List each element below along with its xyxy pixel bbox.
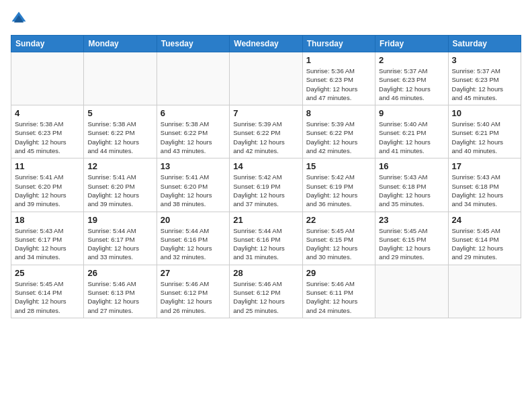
day-number: 16 bbox=[379, 161, 444, 171]
calendar-week-row: 4Sunrise: 5:38 AM Sunset: 6:23 PM Daylig… bbox=[11, 105, 521, 158]
calendar-cell: 1Sunrise: 5:36 AM Sunset: 6:23 PM Daylig… bbox=[302, 52, 375, 105]
day-number: 7 bbox=[233, 108, 298, 118]
calendar-cell: 16Sunrise: 5:43 AM Sunset: 6:18 PM Dayli… bbox=[375, 158, 448, 212]
calendar-cell: 17Sunrise: 5:43 AM Sunset: 6:18 PM Dayli… bbox=[448, 158, 521, 212]
calendar-cell bbox=[230, 52, 302, 105]
day-number: 2 bbox=[379, 55, 444, 65]
calendar-cell: 15Sunrise: 5:42 AM Sunset: 6:19 PM Dayli… bbox=[302, 158, 375, 212]
page-header bbox=[11, 11, 521, 27]
calendar-cell: 4Sunrise: 5:38 AM Sunset: 6:23 PM Daylig… bbox=[11, 105, 84, 158]
day-info: Sunrise: 5:45 AM Sunset: 6:14 PM Dayligh… bbox=[452, 226, 517, 262]
calendar-cell: 5Sunrise: 5:38 AM Sunset: 6:22 PM Daylig… bbox=[84, 105, 157, 158]
calendar-week-row: 1Sunrise: 5:36 AM Sunset: 6:23 PM Daylig… bbox=[11, 52, 521, 105]
day-info: Sunrise: 5:46 AM Sunset: 6:12 PM Dayligh… bbox=[161, 279, 226, 315]
day-info: Sunrise: 5:46 AM Sunset: 6:13 PM Dayligh… bbox=[87, 279, 152, 315]
day-number: 15 bbox=[306, 161, 371, 171]
day-info: Sunrise: 5:39 AM Sunset: 6:22 PM Dayligh… bbox=[233, 120, 298, 155]
weekday-header-sunday: Sunday bbox=[11, 36, 84, 52]
calendar-cell bbox=[375, 265, 448, 318]
weekday-header-row: SundayMondayTuesdayWednesdayThursdayFrid… bbox=[11, 36, 521, 52]
day-info: Sunrise: 5:41 AM Sunset: 6:20 PM Dayligh… bbox=[87, 173, 152, 208]
day-info: Sunrise: 5:38 AM Sunset: 6:22 PM Dayligh… bbox=[161, 120, 226, 155]
day-number: 28 bbox=[233, 268, 298, 278]
day-info: Sunrise: 5:45 AM Sunset: 6:15 PM Dayligh… bbox=[306, 226, 371, 262]
calendar-week-row: 25Sunrise: 5:45 AM Sunset: 6:14 PM Dayli… bbox=[11, 265, 521, 318]
day-info: Sunrise: 5:37 AM Sunset: 6:23 PM Dayligh… bbox=[452, 66, 517, 102]
day-number: 20 bbox=[161, 215, 226, 225]
day-number: 24 bbox=[452, 215, 517, 225]
day-number: 22 bbox=[306, 215, 371, 225]
day-number: 3 bbox=[452, 55, 517, 65]
calendar-cell: 2Sunrise: 5:37 AM Sunset: 6:23 PM Daylig… bbox=[375, 52, 448, 105]
day-info: Sunrise: 5:40 AM Sunset: 6:21 PM Dayligh… bbox=[379, 120, 444, 155]
calendar-cell: 3Sunrise: 5:37 AM Sunset: 6:23 PM Daylig… bbox=[448, 52, 521, 105]
calendar-table: SundayMondayTuesdayWednesdayThursdayFrid… bbox=[11, 35, 521, 318]
calendar-cell: 12Sunrise: 5:41 AM Sunset: 6:20 PM Dayli… bbox=[84, 158, 157, 212]
day-info: Sunrise: 5:44 AM Sunset: 6:16 PM Dayligh… bbox=[161, 226, 226, 262]
calendar-cell: 24Sunrise: 5:45 AM Sunset: 6:14 PM Dayli… bbox=[448, 212, 521, 265]
day-info: Sunrise: 5:46 AM Sunset: 6:11 PM Dayligh… bbox=[306, 279, 371, 315]
weekday-header-wednesday: Wednesday bbox=[230, 36, 302, 52]
day-number: 18 bbox=[15, 215, 80, 225]
calendar-cell: 27Sunrise: 5:46 AM Sunset: 6:12 PM Dayli… bbox=[157, 265, 229, 318]
calendar-cell: 29Sunrise: 5:46 AM Sunset: 6:11 PM Dayli… bbox=[302, 265, 375, 318]
day-number: 21 bbox=[233, 215, 298, 225]
day-number: 19 bbox=[87, 215, 152, 225]
weekday-header-thursday: Thursday bbox=[302, 36, 375, 52]
day-number: 12 bbox=[87, 161, 152, 171]
calendar-cell: 9Sunrise: 5:40 AM Sunset: 6:21 PM Daylig… bbox=[375, 105, 448, 158]
day-number: 26 bbox=[87, 268, 152, 278]
day-info: Sunrise: 5:41 AM Sunset: 6:20 PM Dayligh… bbox=[161, 173, 226, 208]
calendar-cell: 18Sunrise: 5:43 AM Sunset: 6:17 PM Dayli… bbox=[11, 212, 84, 265]
calendar-week-row: 18Sunrise: 5:43 AM Sunset: 6:17 PM Dayli… bbox=[11, 212, 521, 265]
calendar-cell: 28Sunrise: 5:46 AM Sunset: 6:12 PM Dayli… bbox=[230, 265, 302, 318]
calendar-cell: 21Sunrise: 5:44 AM Sunset: 6:16 PM Dayli… bbox=[230, 212, 302, 265]
calendar-cell: 11Sunrise: 5:41 AM Sunset: 6:20 PM Dayli… bbox=[11, 158, 84, 212]
calendar-cell: 25Sunrise: 5:45 AM Sunset: 6:14 PM Dayli… bbox=[11, 265, 84, 318]
day-number: 17 bbox=[452, 161, 517, 171]
calendar-cell: 26Sunrise: 5:46 AM Sunset: 6:13 PM Dayli… bbox=[84, 265, 157, 318]
day-info: Sunrise: 5:37 AM Sunset: 6:23 PM Dayligh… bbox=[379, 66, 444, 102]
day-number: 25 bbox=[15, 268, 80, 278]
weekday-header-friday: Friday bbox=[375, 36, 448, 52]
calendar-cell bbox=[448, 265, 521, 318]
day-number: 23 bbox=[379, 215, 444, 225]
day-info: Sunrise: 5:43 AM Sunset: 6:17 PM Dayligh… bbox=[15, 226, 80, 262]
day-number: 8 bbox=[306, 108, 371, 118]
day-number: 9 bbox=[379, 108, 444, 118]
calendar-cell: 10Sunrise: 5:40 AM Sunset: 6:21 PM Dayli… bbox=[448, 105, 521, 158]
calendar-cell bbox=[157, 52, 229, 105]
day-info: Sunrise: 5:40 AM Sunset: 6:21 PM Dayligh… bbox=[452, 120, 517, 155]
day-number: 4 bbox=[15, 108, 80, 118]
calendar-cell: 7Sunrise: 5:39 AM Sunset: 6:22 PM Daylig… bbox=[230, 105, 302, 158]
day-number: 14 bbox=[233, 161, 298, 171]
weekday-header-monday: Monday bbox=[84, 36, 157, 52]
logo-icon bbox=[11, 11, 27, 27]
day-info: Sunrise: 5:36 AM Sunset: 6:23 PM Dayligh… bbox=[306, 66, 371, 102]
calendar-cell: 19Sunrise: 5:44 AM Sunset: 6:17 PM Dayli… bbox=[84, 212, 157, 265]
calendar-cell: 14Sunrise: 5:42 AM Sunset: 6:19 PM Dayli… bbox=[230, 158, 302, 212]
day-info: Sunrise: 5:43 AM Sunset: 6:18 PM Dayligh… bbox=[379, 173, 444, 208]
day-info: Sunrise: 5:39 AM Sunset: 6:22 PM Dayligh… bbox=[306, 120, 371, 155]
weekday-header-saturday: Saturday bbox=[448, 36, 521, 52]
day-info: Sunrise: 5:46 AM Sunset: 6:12 PM Dayligh… bbox=[233, 279, 298, 315]
calendar-cell: 6Sunrise: 5:38 AM Sunset: 6:22 PM Daylig… bbox=[157, 105, 229, 158]
day-info: Sunrise: 5:45 AM Sunset: 6:14 PM Dayligh… bbox=[15, 279, 80, 315]
day-number: 13 bbox=[161, 161, 226, 171]
day-info: Sunrise: 5:44 AM Sunset: 6:17 PM Dayligh… bbox=[87, 226, 152, 262]
day-info: Sunrise: 5:41 AM Sunset: 6:20 PM Dayligh… bbox=[15, 173, 80, 208]
day-info: Sunrise: 5:38 AM Sunset: 6:22 PM Dayligh… bbox=[87, 120, 152, 155]
weekday-header-tuesday: Tuesday bbox=[157, 36, 229, 52]
day-info: Sunrise: 5:42 AM Sunset: 6:19 PM Dayligh… bbox=[306, 173, 371, 208]
day-info: Sunrise: 5:45 AM Sunset: 6:15 PM Dayligh… bbox=[379, 226, 444, 262]
day-info: Sunrise: 5:42 AM Sunset: 6:19 PM Dayligh… bbox=[233, 173, 298, 208]
day-number: 5 bbox=[87, 108, 152, 118]
day-info: Sunrise: 5:44 AM Sunset: 6:16 PM Dayligh… bbox=[233, 226, 298, 262]
day-number: 1 bbox=[306, 55, 371, 65]
calendar-cell: 8Sunrise: 5:39 AM Sunset: 6:22 PM Daylig… bbox=[302, 105, 375, 158]
calendar-cell: 20Sunrise: 5:44 AM Sunset: 6:16 PM Dayli… bbox=[157, 212, 229, 265]
calendar-cell: 13Sunrise: 5:41 AM Sunset: 6:20 PM Dayli… bbox=[157, 158, 229, 212]
day-number: 27 bbox=[161, 268, 226, 278]
logo bbox=[11, 11, 30, 27]
day-number: 29 bbox=[306, 268, 371, 278]
